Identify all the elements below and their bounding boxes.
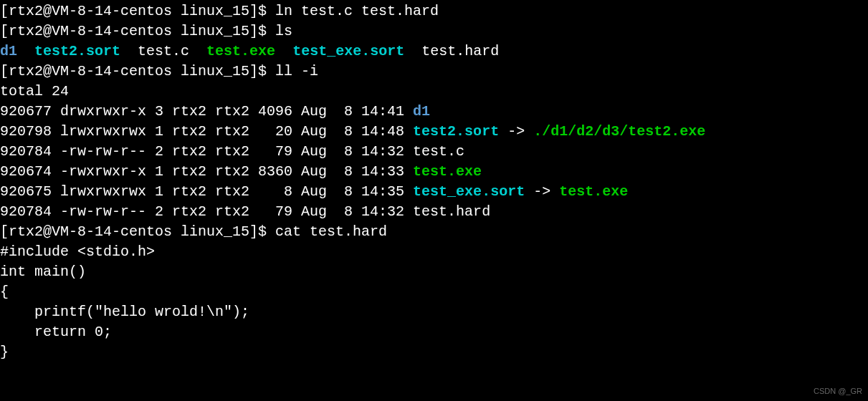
exe-entry: test.exe: [206, 43, 275, 59]
arrow: ->: [525, 183, 559, 200]
ll-row: 920675 lrwxrwxrwx 1 rtx2 rtx2 8 Aug 8 14…: [0, 182, 868, 202]
command-text: ll -i: [275, 63, 318, 79]
file-entry: test.c: [138, 43, 189, 59]
inode: 920677: [0, 103, 60, 120]
symlink-target: ./d1/d2/d3/test2.exe: [533, 123, 705, 140]
symlink-entry: test_exe.sort: [413, 183, 525, 200]
prompt: [rtx2@VM-8-14-centos linux_15]$: [0, 23, 275, 39]
cmd-line-3: [rtx2@VM-8-14-centos linux_15]$ ll -i: [0, 62, 868, 82]
file-entry: test.hard: [413, 203, 490, 220]
inode: 920798: [0, 123, 60, 140]
symlink-entry: test2.sort: [413, 123, 499, 140]
perms: lrwxrwxrwx 1 rtx2 rtx2 8 Aug 8 14:35: [60, 183, 413, 200]
exe-entry: test.exe: [413, 163, 482, 180]
ll-row: 920784 -rw-rw-r-- 2 rtx2 rtx2 79 Aug 8 1…: [0, 142, 868, 162]
inode: 920675: [0, 183, 60, 200]
cat-line: }: [0, 342, 868, 362]
ll-row: 920798 lrwxrwxrwx 1 rtx2 rtx2 20 Aug 8 1…: [0, 122, 868, 142]
perms: -rwxrwxr-x 1 rtx2 rtx2 8360 Aug 8 14:33: [60, 163, 413, 180]
arrow: ->: [499, 123, 533, 140]
cat-line: {: [0, 282, 868, 302]
cat-line: printf("hello wrold!\n");: [0, 302, 868, 322]
command-text: cat test.hard: [275, 223, 387, 240]
perms: -rw-rw-r-- 2 rtx2 rtx2 79 Aug 8 14:32: [60, 143, 413, 160]
file-entry: test.c: [413, 143, 464, 160]
perms: lrwxrwxrwx 1 rtx2 rtx2 20 Aug 8 14:48: [60, 123, 413, 140]
cmd-line-1: [rtx2@VM-8-14-centos linux_15]$ ln test.…: [0, 1, 868, 21]
terminal-output[interactable]: [rtx2@VM-8-14-centos linux_15]$ ln test.…: [0, 1, 868, 362]
prompt: [rtx2@VM-8-14-centos linux_15]$: [0, 63, 275, 79]
ll-row: 920674 -rwxrwxr-x 1 rtx2 rtx2 8360 Aug 8…: [0, 162, 868, 182]
cmd-line-2: [rtx2@VM-8-14-centos linux_15]$ ls: [0, 21, 868, 42]
prompt: [rtx2@VM-8-14-centos linux_15]$: [0, 3, 275, 19]
inode: 920674: [0, 163, 60, 180]
dir-entry: d1: [0, 43, 17, 59]
ls-output-line: d1 test2.sort test.c test.exe test_exe.s…: [0, 42, 868, 62]
inode: 920784: [0, 203, 60, 220]
symlink-entry: test_exe.sort: [292, 43, 404, 59]
file-entry: test.hard: [421, 43, 499, 59]
cat-line: int main(): [0, 262, 868, 282]
inode: 920784: [0, 143, 60, 160]
perms: drwxrwxr-x 3 rtx2 rtx2 4096 Aug 8 14:41: [60, 103, 413, 120]
watermark: CSDN @_GR: [814, 386, 862, 397]
symlink-entry: test2.sort: [34, 43, 120, 59]
symlink-target: test.exe: [559, 183, 628, 200]
command-text: ls: [275, 23, 292, 39]
ll-row: 920677 drwxrwxr-x 3 rtx2 rtx2 4096 Aug 8…: [0, 102, 868, 122]
dir-entry: d1: [413, 103, 430, 120]
cat-line: #include <stdio.h>: [0, 242, 868, 262]
cmd-line-4: [rtx2@VM-8-14-centos linux_15]$ cat test…: [0, 222, 868, 242]
perms: -rw-rw-r-- 2 rtx2 rtx2 79 Aug 8 14:32: [60, 203, 413, 220]
ll-row: 920784 -rw-rw-r-- 2 rtx2 rtx2 79 Aug 8 1…: [0, 202, 868, 222]
prompt: [rtx2@VM-8-14-centos linux_15]$: [0, 223, 275, 240]
cat-line: return 0;: [0, 322, 868, 342]
ll-header: total 24: [0, 82, 868, 102]
command-text: ln test.c test.hard: [275, 3, 439, 19]
